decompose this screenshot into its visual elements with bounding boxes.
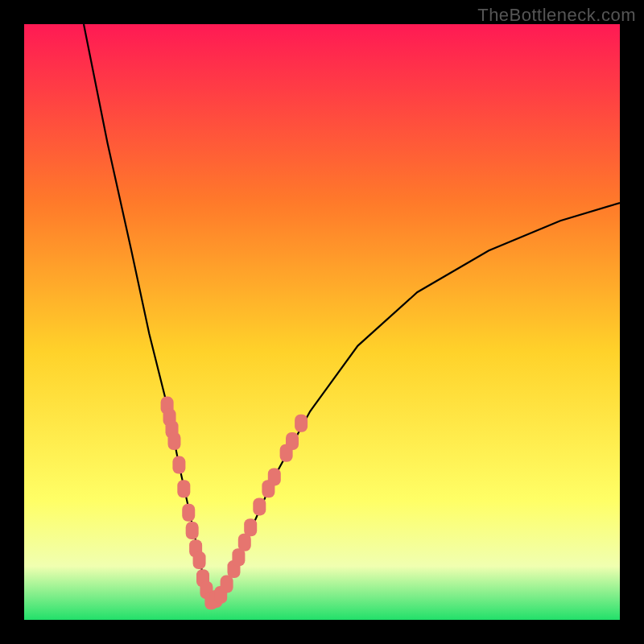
marker-dot	[268, 468, 281, 485]
gradient-background	[24, 24, 620, 620]
marker-dot	[167, 432, 180, 450]
watermark-text: TheBottleneck.com	[477, 5, 636, 26]
marker-dot	[244, 518, 257, 536]
marker-dot	[286, 432, 299, 450]
bottleneck-chart	[24, 24, 620, 620]
marker-dot	[172, 456, 185, 474]
chart-frame: TheBottleneck.com	[0, 0, 644, 644]
marker-dot	[253, 497, 266, 515]
marker-dot	[177, 480, 190, 497]
marker-dot	[221, 576, 233, 593]
marker-dot	[186, 522, 199, 539]
marker-dot	[182, 504, 195, 522]
marker-dot	[193, 551, 206, 569]
marker-dot	[295, 415, 308, 432]
